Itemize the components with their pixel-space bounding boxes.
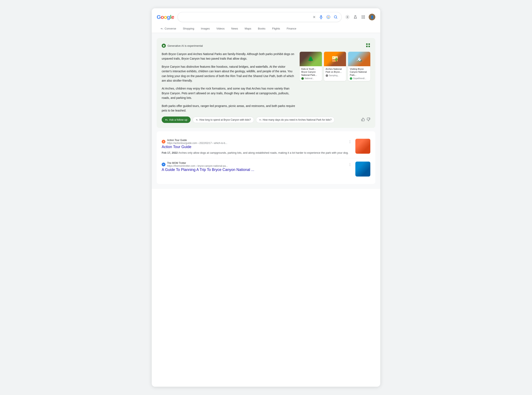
- ai-label: Generative AI is experimental: [167, 44, 203, 47]
- result-thumb-img-1: [355, 139, 370, 154]
- ai-image-card-3[interactable]: 🏔️ Visiting Bryce Canyon National Park..…: [348, 52, 370, 81]
- source-icon-1: [301, 77, 304, 80]
- ai-paragraph-4: Both parks offer guided tours, ranger-le…: [162, 104, 295, 113]
- header-right: 👤: [345, 14, 375, 20]
- svg-rect-16: [364, 18, 365, 18]
- ai-image-cards: 🌲 Kids & Youth - Bryce Canyon National P…: [300, 52, 370, 81]
- thumbs-down-icon: [366, 118, 370, 121]
- avatar[interactable]: 👤: [369, 14, 375, 20]
- search-input[interactable]: what's better for a family with kids und…: [181, 15, 310, 19]
- ai-image-source-1: National...: [301, 77, 320, 80]
- ai-body: Both Bryce Canyon and Arches National Pa…: [162, 52, 370, 113]
- result-url-1: https://actiontourguide.com › 2022/02/17…: [167, 142, 227, 145]
- followup-row: Ask a follow up How long to spend at Bry…: [162, 116, 370, 123]
- svg-line-6: [337, 18, 337, 19]
- search-results: A Action Tour Guide https://actiontourgu…: [157, 131, 375, 184]
- svg-rect-15: [363, 18, 363, 18]
- result-more-button-2[interactable]: ⋮: [348, 162, 352, 167]
- ai-paragraph-3: At Arches, children may enjoy the rock f…: [162, 86, 295, 100]
- result-content-1: A Action Tour Guide https://actiontourgu…: [162, 139, 352, 155]
- result-title-1[interactable]: Action Tour Guide: [162, 145, 352, 149]
- svg-rect-19: [368, 44, 370, 45]
- reply-suggestion-icon-2: [259, 119, 262, 121]
- result-item-1: A Action Tour Guide https://actiontourgu…: [162, 135, 370, 158]
- main-content: Generative AI is experimental Both Bryce…: [152, 33, 380, 189]
- ai-image-title-3: Visiting Bryce Canyon National Park...: [350, 67, 369, 77]
- tab-videos[interactable]: Videos: [213, 25, 227, 33]
- result-item-2: M The MOM Trotter https://themomtrotter.…: [162, 158, 370, 180]
- result-thumb-2: [355, 162, 370, 176]
- ai-image-card-2[interactable]: 🏜️ Arches National Park vs Bryce... Samp…: [324, 52, 346, 81]
- search-button[interactable]: [333, 15, 338, 20]
- thumbs-up-button[interactable]: [361, 118, 365, 122]
- grid-icon: [361, 15, 365, 19]
- ai-paragraph-1: Both Bryce Canyon and Arches National Pa…: [162, 52, 295, 61]
- ai-image-source-3: Gopetfriendl...: [350, 77, 369, 80]
- feedback-icons: [361, 118, 370, 122]
- ai-icon: [162, 44, 166, 48]
- ai-text: Both Bryce Canyon and Arches National Pa…: [162, 52, 295, 113]
- svg-rect-20: [366, 46, 368, 47]
- apps-button[interactable]: [361, 15, 366, 20]
- ai-image-card-1[interactable]: 🌲 Kids & Youth - Bryce Canyon National P…: [300, 52, 322, 81]
- svg-point-4: [327, 15, 330, 19]
- svg-point-7: [347, 16, 348, 18]
- svg-point-5: [334, 16, 337, 18]
- ai-image-info-1: Kids & Youth - Bryce Canyon National Par…: [300, 66, 322, 81]
- result-content-2: M The MOM Trotter https://themomtrotter.…: [162, 162, 352, 173]
- result-favicon-1: A: [162, 140, 166, 143]
- tab-news[interactable]: News: [228, 25, 241, 33]
- svg-rect-10: [364, 16, 365, 16]
- ai-image-title-2: Arches National Park vs Bryce...: [326, 67, 344, 73]
- ai-grid-button[interactable]: [366, 43, 370, 48]
- clear-search-button[interactable]: [312, 15, 316, 19]
- tab-books[interactable]: Books: [255, 25, 268, 33]
- result-domain-2: The MOM Trotter: [167, 162, 228, 165]
- result-source-2: M The MOM Trotter https://themomtrotter.…: [162, 162, 352, 167]
- thumbs-down-button[interactable]: [366, 118, 370, 122]
- svg-marker-17: [163, 45, 165, 47]
- flask-icon: [353, 15, 357, 19]
- result-snippet-1: Feb 17, 2022 Arches only allow dogs at c…: [162, 151, 352, 155]
- lens-icon: [326, 15, 331, 19]
- tab-maps[interactable]: Maps: [242, 25, 254, 33]
- labs-button[interactable]: [353, 15, 358, 20]
- svg-rect-14: [362, 18, 362, 18]
- browser-window: Google what's better for a family with k…: [152, 8, 380, 387]
- tab-finance[interactable]: Finance: [284, 25, 299, 33]
- gear-icon: [345, 15, 349, 19]
- suggestion-button-1[interactable]: How long to spend at Bryce Canyon with k…: [193, 117, 254, 123]
- thumbs-up-icon: [361, 118, 365, 121]
- tab-shopping[interactable]: Shopping: [180, 25, 197, 33]
- ai-paragraph-2: Bryce Canyon has distinctive features li…: [162, 64, 295, 83]
- svg-rect-11: [362, 16, 362, 17]
- svg-rect-18: [366, 44, 368, 45]
- ai-image-source-2: Sampling...: [326, 74, 344, 77]
- tab-images[interactable]: Images: [198, 25, 213, 33]
- ask-followup-button[interactable]: Ask a follow up: [162, 116, 191, 123]
- lens-search-button[interactable]: [326, 14, 331, 20]
- settings-button[interactable]: [345, 15, 350, 20]
- svg-rect-12: [363, 16, 363, 17]
- svg-rect-9: [363, 16, 363, 16]
- microphone-icon: [319, 15, 323, 19]
- result-more-button-1[interactable]: ⋮: [348, 139, 352, 144]
- ai-image-title-1: Kids & Youth - Bryce Canyon National Par…: [301, 67, 320, 77]
- result-thumb-1: [355, 139, 370, 154]
- nav-tabs: Converse Shopping Images Videos News Map…: [157, 25, 375, 33]
- search-icon: [333, 15, 338, 19]
- tab-converse[interactable]: Converse: [158, 25, 179, 33]
- source-icon-3: [350, 77, 352, 80]
- tab-flights[interactable]: Flights: [269, 25, 283, 33]
- ai-image-gallery: 🌲 Kids & Youth - Bryce Canyon National P…: [300, 52, 370, 113]
- google-logo: Google: [157, 14, 174, 20]
- svg-rect-21: [368, 46, 370, 47]
- search-bar: what's better for a family with kids und…: [177, 12, 342, 22]
- ai-image-thumb-1: 🌲: [300, 52, 322, 66]
- suggestion-button-2[interactable]: How many days do you need in Arches Nati…: [256, 117, 335, 123]
- ai-card-header: Generative AI is experimental: [162, 43, 370, 48]
- voice-search-button[interactable]: [319, 15, 324, 20]
- result-snippet-text-1: Arches only allow dogs at campgrounds, p…: [178, 151, 349, 154]
- result-title-2[interactable]: A Guide To Planning A Trip To Bryce Cany…: [162, 167, 352, 172]
- ai-image-info-3: Visiting Bryce Canyon National Park... G…: [348, 66, 370, 81]
